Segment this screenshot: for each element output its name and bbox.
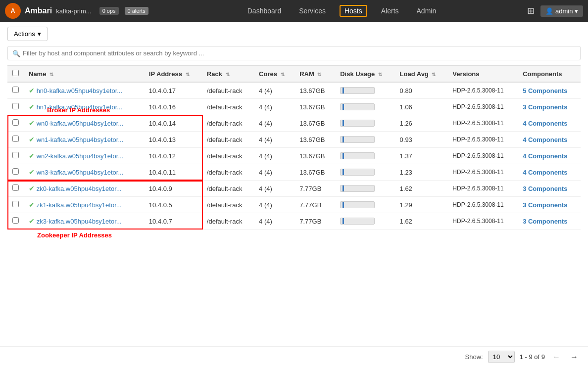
nav-admin[interactable]: Admin [413, 5, 441, 17]
row-checkbox[interactable] [7, 213, 24, 229]
host-link[interactable]: zk0-kafka.w05hpu4bsy1etor... [37, 185, 122, 192]
row-components[interactable]: 4 Components [518, 148, 581, 164]
table-row: ✔ zk1-kafka.w05hpu4bsy1etor... 10.4.0.5 … [7, 197, 581, 213]
row-select-checkbox[interactable] [12, 152, 19, 158]
component-link[interactable]: 3 Components [523, 185, 567, 192]
header-checkbox[interactable] [7, 66, 24, 83]
nav-dashboard[interactable]: Dashboard [244, 5, 286, 17]
component-link[interactable]: 4 Components [523, 136, 567, 143]
component-link[interactable]: 3 Components [523, 218, 567, 225]
host-link[interactable]: zk3-kafka.w05hpu4bsy1etor... [37, 218, 122, 225]
row-versions: HDP-2.6.5.3008-11 [447, 197, 518, 213]
host-link[interactable]: wn2-kafka.w05hpu4bsy1etor... [37, 152, 124, 160]
row-components[interactable]: 3 Components [518, 213, 581, 229]
disk-bar-fill [343, 169, 344, 175]
component-link[interactable]: 3 Components [523, 201, 567, 209]
row-load: 0.93 [395, 132, 448, 148]
row-components[interactable]: 3 Components [518, 197, 581, 213]
table-row: ✔ zk3-kafka.w05hpu4bsy1etor... 10.4.0.7 … [7, 213, 581, 229]
row-select-checkbox[interactable] [12, 136, 19, 142]
row-versions: HDP-2.6.5.3008-11 [447, 132, 518, 148]
component-link[interactable]: 3 Components [523, 103, 567, 111]
row-checkbox[interactable] [7, 181, 24, 197]
row-load: 1.23 [395, 164, 448, 181]
row-ram: 13.67GB [294, 148, 335, 164]
row-checkbox[interactable] [7, 197, 24, 213]
next-page-button[interactable]: → [568, 352, 581, 363]
status-icon: ✔ [29, 103, 35, 111]
header-rack[interactable]: Rack ⇅ [202, 66, 254, 83]
row-cores: 4 (4) [254, 197, 294, 213]
host-link[interactable]: wn1-kafka.w05hpu4bsy1etor... [37, 136, 124, 143]
row-ip: 10.4.0.17 [144, 82, 202, 99]
row-rack: /default-rack [202, 99, 254, 115]
select-all-checkbox[interactable] [12, 70, 19, 76]
ops-badge[interactable]: 0 ops [99, 7, 119, 15]
row-components[interactable]: 3 Components [518, 99, 581, 115]
search-input[interactable] [7, 46, 581, 60]
row-load: 1.62 [395, 181, 448, 197]
row-disk [335, 164, 394, 181]
row-checkbox[interactable] [7, 115, 24, 132]
row-checkbox[interactable] [7, 132, 24, 148]
row-components[interactable]: 4 Components [518, 132, 581, 148]
header-disk[interactable]: Disk Usage ⇅ [335, 66, 394, 83]
row-checkbox[interactable] [7, 148, 24, 164]
status-icon: ✔ [29, 217, 35, 225]
disk-bar [340, 152, 375, 159]
actions-button[interactable]: Actions ▾ [7, 27, 48, 41]
header-ip[interactable]: IP Address ⇅ [144, 66, 202, 83]
disk-bar-fill [343, 137, 344, 142]
grid-icon[interactable]: ⊞ [527, 5, 535, 16]
disk-bar [340, 201, 375, 208]
host-link[interactable]: wn3-kafka.w05hpu4bsy1etor... [37, 169, 124, 176]
table-row: ✔ wn3-kafka.w05hpu4bsy1etor... 10.4.0.11… [7, 164, 581, 181]
row-cores: 4 (4) [254, 115, 294, 132]
row-select-checkbox[interactable] [12, 119, 19, 126]
row-checkbox[interactable] [7, 164, 24, 181]
row-rack: /default-rack [202, 164, 254, 181]
row-components[interactable]: 4 Components [518, 115, 581, 132]
component-link[interactable]: 5 Components [523, 87, 567, 94]
row-checkbox[interactable] [7, 82, 24, 99]
disk-bar [340, 136, 375, 143]
admin-button[interactable]: 👤 admin ▾ [540, 5, 583, 17]
row-versions: HDP-2.6.5.3008-11 [447, 82, 518, 99]
row-select-checkbox[interactable] [12, 201, 19, 207]
header-cores[interactable]: Cores ⇅ [254, 66, 294, 83]
row-cores: 4 (4) [254, 181, 294, 197]
header-ram[interactable]: RAM ⇅ [294, 66, 335, 83]
row-versions: HDP-2.6.5.3008-11 [447, 164, 518, 181]
row-cores: 4 (4) [254, 164, 294, 181]
row-ram: 13.67GB [294, 164, 335, 181]
row-checkbox[interactable] [7, 99, 24, 115]
table-row: ✔ wn1-kafka.w05hpu4bsy1etor... 10.4.0.13… [7, 132, 581, 148]
header-load[interactable]: Load Avg ⇅ [395, 66, 448, 83]
host-link[interactable]: hn1-kafka.w05hpu4bsy1etor... [37, 103, 122, 111]
host-link[interactable]: zk1-kafka.w05hpu4bsy1etor... [37, 201, 122, 209]
alerts-badge[interactable]: 0 alerts [125, 7, 148, 15]
nav-hosts[interactable]: Hosts [340, 5, 367, 17]
host-link[interactable]: hn0-kafka.w05hpu4bsy1etor... [37, 87, 122, 94]
nav-services[interactable]: Services [295, 5, 330, 17]
component-link[interactable]: 4 Components [523, 169, 567, 176]
cluster-name: kafka-prim... [56, 7, 92, 15]
row-ram: 13.67GB [294, 82, 335, 99]
host-link[interactable]: wn0-kafka.w05hpu4bsy1etor... [37, 120, 124, 127]
component-link[interactable]: 4 Components [523, 120, 567, 127]
row-select-checkbox[interactable] [12, 184, 19, 191]
row-select-checkbox[interactable] [12, 103, 19, 109]
table-body: ✔ hn0-kafka.w05hpu4bsy1etor... 10.4.0.17… [7, 82, 581, 229]
status-icon: ✔ [29, 184, 35, 192]
header-name[interactable]: Name ⇅ [24, 66, 144, 83]
row-select-checkbox[interactable] [12, 87, 19, 93]
prev-page-button[interactable]: ← [550, 352, 563, 363]
nav-alerts[interactable]: Alerts [377, 5, 403, 17]
per-page-select[interactable]: 102550100 [488, 351, 515, 363]
row-components[interactable]: 3 Components [518, 181, 581, 197]
component-link[interactable]: 4 Components [523, 152, 567, 160]
row-select-checkbox[interactable] [12, 217, 19, 224]
row-components[interactable]: 4 Components [518, 164, 581, 181]
row-select-checkbox[interactable] [12, 168, 19, 175]
row-components[interactable]: 5 Components [518, 82, 581, 99]
